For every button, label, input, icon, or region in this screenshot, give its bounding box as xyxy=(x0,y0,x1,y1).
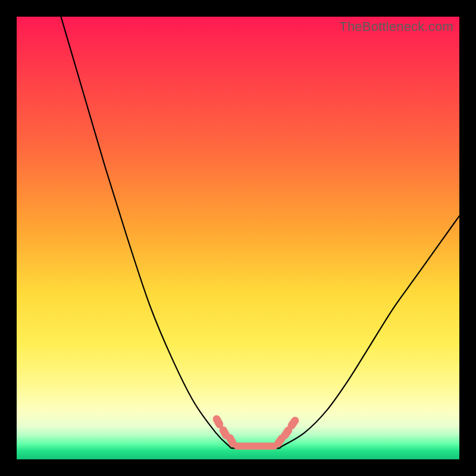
curve-layer xyxy=(17,17,459,459)
right-curve xyxy=(256,216,459,449)
link-markers-left xyxy=(212,414,237,448)
link-bottom-bar xyxy=(234,443,278,450)
left-curve xyxy=(61,17,255,449)
chart-frame: TheBottleneck.com xyxy=(0,0,476,476)
plot-area: TheBottleneck.com xyxy=(17,17,459,459)
watermark-text: TheBottleneck.com xyxy=(339,19,453,35)
